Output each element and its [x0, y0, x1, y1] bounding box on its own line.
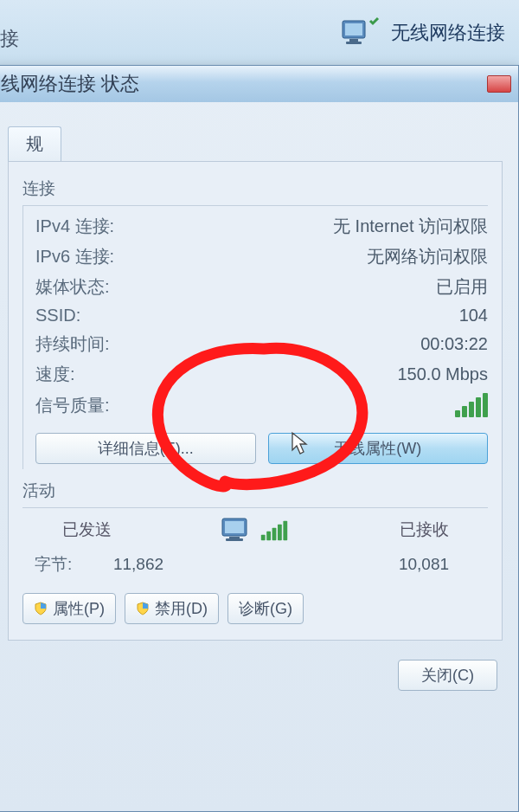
received-value: 10,081: [372, 555, 476, 574]
bg-right-label: 无线网络连接: [391, 20, 505, 46]
media-value: 已启用: [436, 275, 488, 299]
activity-group-label: 活动: [22, 480, 488, 502]
connection-group-label: 连接: [22, 177, 488, 200]
disable-button[interactable]: 禁用(D): [125, 593, 219, 624]
tab-general[interactable]: 规: [8, 126, 61, 161]
row-ssid: SSID: 104: [35, 302, 488, 329]
svg-rect-6: [229, 537, 240, 538]
row-duration: 持续时间: 00:03:22: [35, 329, 488, 359]
close-button-label: 关闭(C): [421, 667, 474, 684]
ssid-label: SSID:: [35, 306, 80, 325]
tab-panel: 连接 IPv4 连接: 无 Internet 访问权限 IPv6 连接: 无网络…: [8, 161, 503, 641]
signal-bars-icon: [455, 393, 488, 417]
diagnose-button[interactable]: 诊断(G): [227, 593, 304, 624]
details-button[interactable]: 详细信息(E)...: [35, 433, 256, 464]
row-speed: 速度: 150.0 Mbps: [35, 359, 488, 390]
titlebar[interactable]: 线网络连接 状态: [0, 66, 518, 102]
disable-button-label: 禁用(D): [155, 598, 208, 619]
svg-rect-2: [349, 39, 358, 42]
row-media: 媒体状态: 已启用: [35, 272, 488, 302]
sent-value: 11,862: [86, 555, 190, 574]
bytes-label: 字节:: [35, 553, 86, 576]
activity-icons: [138, 517, 372, 543]
row-signal: 信号质量:: [35, 390, 488, 421]
properties-button[interactable]: 属性(P): [22, 593, 116, 624]
duration-label: 持续时间:: [35, 332, 110, 356]
shield-icon: [34, 602, 48, 615]
network-icon: [339, 16, 381, 50]
signal-label: 信号质量:: [35, 394, 110, 417]
background-header: 接 无线网络连接: [0, 0, 519, 65]
row-ipv6: IPv6 连接: 无网络访问权限: [35, 242, 488, 272]
details-button-label: 详细信息(E)...: [98, 440, 194, 457]
media-label: 媒体状态:: [35, 275, 110, 299]
tabs: 规: [8, 126, 503, 161]
svg-rect-7: [226, 538, 243, 541]
window-close-button[interactable]: [487, 75, 511, 93]
svg-rect-5: [225, 521, 244, 533]
speed-value: 150.0 Mbps: [397, 364, 488, 384]
ipv4-value: 无 Internet 访问权限: [333, 215, 488, 238]
speed-label: 速度:: [35, 363, 75, 386]
ssid-value: 104: [459, 306, 488, 325]
diagnose-button-label: 诊断(G): [239, 598, 292, 619]
wireless-properties-button-label: 无线属性(W): [334, 440, 421, 457]
properties-button-label: 属性(P): [53, 598, 105, 619]
sent-header: 已发送: [35, 519, 138, 541]
status-dialog: 线网络连接 状态 规 连接 IPv4 连接: 无 Internet 访问权限 I…: [0, 65, 519, 812]
close-button[interactable]: 关闭(C): [398, 660, 497, 691]
ipv4-label: IPv4 连接:: [35, 215, 114, 238]
received-header: 已接收: [372, 519, 476, 541]
ipv6-label: IPv6 连接:: [35, 245, 114, 268]
dialog-title: 线网络连接 状态: [1, 71, 139, 97]
activity-group: 活动 已发送 已接收: [22, 480, 488, 579]
svg-rect-3: [346, 42, 362, 44]
row-ipv4: IPv4 连接: 无 Internet 访问权限: [35, 211, 488, 242]
tab-general-label: 规: [26, 134, 43, 153]
bg-left-label: 接: [0, 26, 19, 52]
connection-group: 连接 IPv4 连接: 无 Internet 访问权限 IPv6 连接: 无网络…: [22, 177, 488, 469]
svg-rect-1: [345, 23, 362, 35]
wireless-properties-button[interactable]: 无线属性(W): [268, 433, 489, 464]
shield-icon: [136, 602, 150, 615]
ipv6-value: 无网络访问权限: [367, 245, 488, 268]
duration-value: 00:03:22: [420, 334, 488, 354]
